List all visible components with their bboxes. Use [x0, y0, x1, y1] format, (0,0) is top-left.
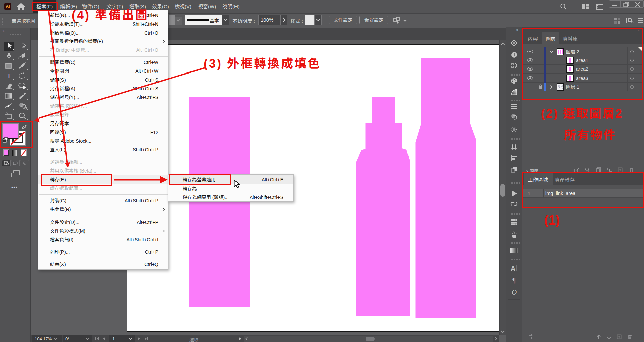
svg-text:T: T	[7, 71, 11, 80]
svg-text:¶: ¶	[512, 277, 516, 284]
svg-text:O: O	[511, 289, 516, 296]
svg-text:A: A	[511, 265, 515, 272]
